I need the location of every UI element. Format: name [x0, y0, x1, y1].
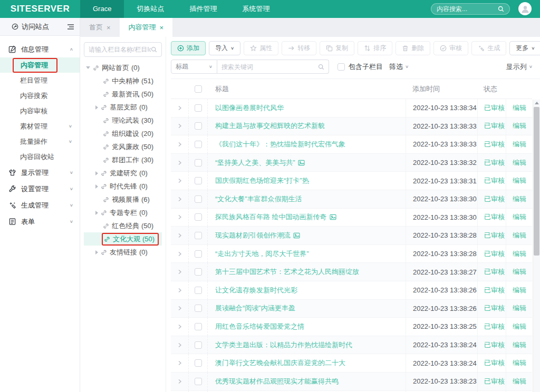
- row-checkbox[interactable]: [195, 232, 202, 239]
- row-expand-button[interactable]: [171, 245, 189, 263]
- row-edit-link[interactable]: 编辑: [506, 245, 532, 263]
- content-title-link[interactable]: 构建主题与故事交相辉映的艺术新貌: [215, 121, 325, 131]
- content-title-link[interactable]: 现实题材剧引领创作潮流: [215, 231, 291, 240]
- row-expand-button[interactable]: [171, 117, 189, 135]
- row-edit-link[interactable]: 编辑: [506, 190, 532, 208]
- row-checkbox[interactable]: [195, 323, 202, 330]
- tab-content-admin[interactable]: 内容管理 ×: [120, 18, 173, 37]
- delete-button[interactable]: 删除: [396, 41, 430, 55]
- search-icon[interactable]: [498, 6, 504, 12]
- row-checkbox[interactable]: [195, 378, 202, 385]
- add-button[interactable]: 添加: [171, 41, 206, 55]
- content-title-link[interactable]: 展读融合“阅读”内涵更丰盈: [215, 303, 295, 313]
- generate-button[interactable]: 生成: [471, 41, 506, 55]
- row-expand-button[interactable]: [171, 318, 189, 336]
- row-expand-button[interactable]: [171, 373, 189, 390]
- table-scrollbar[interactable]: [533, 100, 540, 392]
- tree-caret-icon[interactable]: [95, 184, 98, 189]
- row-edit-link[interactable]: 编辑: [506, 373, 532, 390]
- channel-search-input[interactable]: [89, 46, 151, 53]
- row-checkbox[interactable]: [195, 195, 202, 203]
- nav-plugin-admin[interactable]: 插件管理: [177, 0, 229, 18]
- sidebar-group-forms[interactable]: 表单 ∨: [0, 213, 80, 230]
- content-title-link[interactable]: “坚持美人之美、美美与共”: [215, 158, 295, 168]
- row-checkbox[interactable]: [195, 305, 202, 312]
- content-title-link[interactable]: 用红色音乐培铸爱国爱党之情: [215, 322, 304, 331]
- sidebar-item-batch-ops[interactable]: 批量操作∨: [0, 134, 80, 149]
- row-edit-link[interactable]: 编辑: [506, 172, 532, 190]
- row-checkbox[interactable]: [195, 268, 202, 276]
- keyword-input[interactable]: [221, 63, 318, 71]
- tree-item[interactable]: 组织建设 (20): [84, 127, 162, 140]
- tree-item[interactable]: 中央精神 (51): [84, 74, 162, 87]
- row-expand-button[interactable]: [171, 209, 189, 227]
- row-checkbox[interactable]: [195, 159, 202, 166]
- site-tab-grace[interactable]: Grace: [80, 0, 124, 18]
- row-checkbox[interactable]: [195, 213, 202, 221]
- visit-site-button[interactable]: 访问站点: [0, 18, 80, 36]
- import-button[interactable]: 导入∨: [209, 41, 240, 55]
- content-title-link[interactable]: 文学类主题出版：以精品力作热忱描绘新时代: [215, 340, 352, 350]
- sidebar-item-channel-admin[interactable]: 栏目管理: [0, 73, 80, 88]
- content-search-box[interactable]: [431, 3, 510, 15]
- sidebar-item-content-check[interactable]: 内容审核: [0, 103, 80, 119]
- row-checkbox[interactable]: [195, 287, 202, 294]
- row-expand-button[interactable]: [171, 300, 189, 318]
- tree-item[interactable]: 党建研究 (0): [84, 166, 162, 180]
- row-edit-link[interactable]: 编辑: [506, 117, 532, 135]
- row-edit-link[interactable]: 编辑: [506, 318, 532, 336]
- row-expand-button[interactable]: [171, 336, 189, 354]
- row-edit-link[interactable]: 编辑: [506, 263, 532, 281]
- include-children-checkbox[interactable]: [338, 63, 345, 71]
- scrollbar-thumb[interactable]: [534, 107, 539, 256]
- row-expand-button[interactable]: [171, 354, 189, 372]
- tree-item[interactable]: 基层支部 (0): [84, 101, 162, 114]
- copy-button[interactable]: 复制: [320, 41, 354, 55]
- close-icon[interactable]: ×: [160, 24, 164, 32]
- row-checkbox[interactable]: [195, 177, 202, 184]
- transfer-button[interactable]: 转移: [282, 41, 316, 55]
- sidebar-group-display[interactable]: 显示管理 ∨: [0, 164, 80, 181]
- content-title-link[interactable]: 《我们这十年》：热忱描绘新时代宏伟气象: [215, 140, 345, 149]
- row-checkbox[interactable]: [195, 122, 202, 130]
- tree-item[interactable]: 文化大观 (50): [84, 232, 162, 246]
- content-title-link[interactable]: 国庆假期红色场馆迎来“打卡”热: [215, 176, 309, 185]
- tree-item[interactable]: 友情链接 (0): [84, 246, 162, 259]
- include-children-label[interactable]: 包含子栏目: [349, 62, 383, 72]
- attributes-button[interactable]: 属性: [244, 41, 278, 55]
- content-title-link[interactable]: 探民族风格百年路 绘中国动画新传奇: [215, 212, 327, 222]
- tree-item[interactable]: 时代先锋 (0): [84, 180, 162, 193]
- row-edit-link[interactable]: 编辑: [506, 281, 532, 299]
- content-title-link[interactable]: “文化大餐”丰富群众假期生活: [215, 194, 302, 204]
- more-button[interactable]: 更多∨: [509, 41, 540, 55]
- row-checkbox[interactable]: [195, 250, 202, 258]
- row-edit-link[interactable]: 编辑: [506, 99, 532, 117]
- check-button[interactable]: 审核: [433, 41, 468, 55]
- row-expand-button[interactable]: [171, 154, 189, 172]
- sidebar-item-content-admin[interactable]: 内容管理: [0, 57, 80, 73]
- keyword-search-box[interactable]: [217, 60, 329, 74]
- collapse-menu-icon[interactable]: [67, 24, 74, 30]
- tree-caret-icon[interactable]: [86, 66, 90, 69]
- row-checkbox[interactable]: [195, 104, 202, 112]
- row-edit-link[interactable]: 编辑: [506, 354, 532, 372]
- tree-item[interactable]: 理论武装 (30): [84, 114, 162, 127]
- row-edit-link[interactable]: 编辑: [506, 300, 532, 318]
- filter-toggle[interactable]: 筛选 ∨: [389, 62, 409, 72]
- tree-item[interactable]: 红色经典 (50): [84, 219, 162, 232]
- sidebar-group-settings[interactable]: 设置管理 ∨: [0, 181, 80, 197]
- row-checkbox[interactable]: [195, 359, 202, 367]
- user-avatar[interactable]: [518, 2, 532, 15]
- row-expand-button[interactable]: [171, 263, 189, 281]
- row-expand-button[interactable]: [171, 281, 189, 299]
- search-field-select[interactable]: 标题 ∨: [171, 60, 217, 74]
- tree-item[interactable]: 最新资讯 (50): [84, 87, 162, 101]
- tab-home[interactable]: 首页 ×: [80, 18, 120, 37]
- nav-switch-site[interactable]: 切换站点: [124, 0, 177, 18]
- row-expand-button[interactable]: [171, 99, 189, 117]
- row-edit-link[interactable]: 编辑: [506, 227, 532, 244]
- sidebar-item-content-search[interactable]: 内容搜索: [0, 88, 80, 103]
- row-edit-link[interactable]: 编辑: [506, 209, 532, 227]
- tree-caret-icon[interactable]: [95, 171, 98, 175]
- tree-item[interactable]: 专题专栏 (0): [84, 206, 162, 219]
